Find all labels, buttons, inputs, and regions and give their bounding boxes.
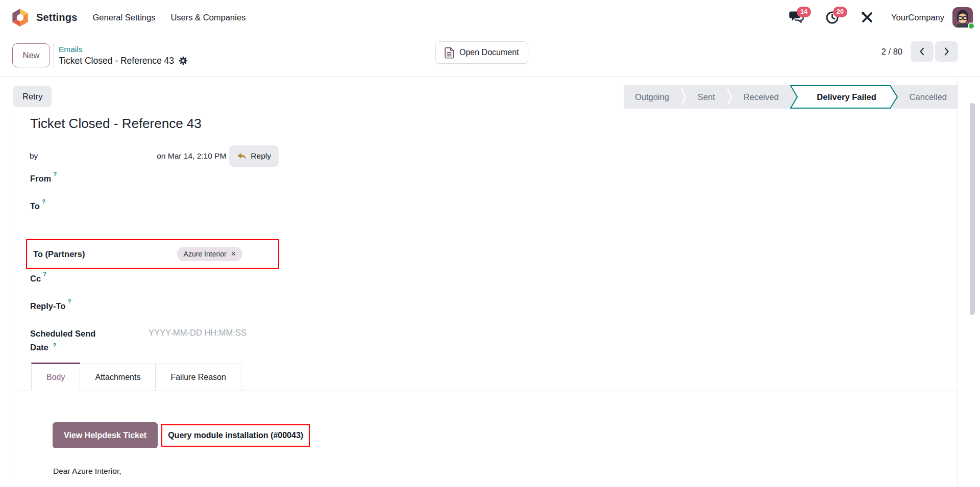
field-reply-to[interactable]: Reply-To ? [30,301,71,311]
odoo-settings-window: Settings General Settings Users & Compan… [0,0,980,487]
navbar-right: 14 20 [768,7,973,28]
author-prefix: by [30,151,38,161]
menu-users-companies[interactable]: Users & Companies [170,13,246,22]
stage-separator-icon [726,85,732,109]
breadcrumb: Emails Ticket Closed - Reference 43 [59,44,188,67]
scheduled-send-label-line1: Scheduled Send [30,329,95,338]
form-sheet: Retry Outgoing Sent Received Delivery Fa… [13,77,958,487]
odoo-logo-icon[interactable] [11,9,29,27]
field-from[interactable]: From ? [30,174,57,184]
subject-reference-highlight-box: Query module installation (#00043) [161,424,310,447]
to-partners-label: To (Partners) [33,249,85,259]
pager-value[interactable]: 2 / 80 [881,47,902,57]
top-navbar: Settings General Settings Users & Compan… [0,0,980,35]
open-document-button[interactable]: Open Document [435,41,528,64]
chevron-left-icon [919,47,925,56]
vertical-scrollbar[interactable] [970,103,975,315]
help-icon[interactable]: ? [67,298,71,304]
gear-icon[interactable] [179,56,188,65]
form-view: Retry Outgoing Sent Received Delivery Fa… [0,77,980,487]
record-pager: 2 / 80 [881,41,958,62]
activities-badge: 20 [833,7,847,17]
tab-body[interactable]: Body [31,363,80,391]
help-icon[interactable]: ? [42,198,45,204]
reply-button-label: Reply [251,151,271,161]
stage-sent[interactable]: Sent [687,85,726,109]
retry-button[interactable]: Retry [13,86,52,107]
app-menu-settings[interactable]: Settings [36,12,78,23]
breadcrumb-emails-link[interactable]: Emails [59,44,188,55]
field-cc[interactable]: Cc ? [30,274,46,284]
new-button[interactable]: New [12,43,50,67]
notebook-tabs: Body Attachments Failure Reason [13,363,958,391]
cc-label: Cc [30,274,41,284]
open-document-label: Open Document [459,48,519,57]
reply-to-label: Reply-To [30,301,65,311]
message-date: on Mar 14, 2:10 PM [157,151,226,161]
online-status-dot [968,22,975,30]
field-to[interactable]: To ? [30,201,45,211]
messages-badge: 14 [797,7,811,17]
company-switcher[interactable]: YourCompany [891,13,944,22]
breadcrumb-current-title: Ticket Closed - Reference 43 [59,55,174,67]
chevron-right-icon [943,47,950,56]
view-helpdesk-ticket-button[interactable]: View Helpdesk Ticket [53,422,158,448]
pager-previous-button[interactable] [911,41,934,62]
pager-next-button[interactable] [935,41,958,62]
email-body-header: View Helpdesk Ticket Query module instal… [53,422,310,448]
document-icon [445,47,454,59]
tab-failure-reason[interactable]: Failure Reason [155,364,241,391]
user-avatar[interactable] [952,7,973,28]
field-scheduled-send-date: Scheduled Send Date ? [30,327,132,355]
tag-remove-icon[interactable]: × [231,250,236,258]
from-label: From [30,174,51,184]
subject-reference-text: Query module installation (#00043) [168,431,303,440]
menu-general-settings[interactable]: General Settings [93,13,156,22]
breadcrumb-divider [53,43,54,68]
activities-button[interactable]: 20 [825,11,839,24]
help-icon[interactable]: ? [53,171,57,177]
crossed-tools-icon [861,11,874,24]
help-icon[interactable]: ? [53,342,56,348]
stage-cancelled[interactable]: Cancelled [898,85,958,109]
messages-button[interactable]: 14 [789,11,804,24]
stage-delivery-failed-label: Delivery Failed [790,85,898,109]
message-meta-row: by on Mar 14, 2:10 PM Reply [30,145,279,167]
record-title: Ticket Closed - Reference 43 [30,116,202,132]
email-greeting: Dear Azure Interior, [53,467,121,476]
status-pipeline: Outgoing Sent Received Delivery Failed C… [624,85,958,109]
stage-outgoing[interactable]: Outgoing [624,85,680,109]
to-partners-highlight-box: To (Partners) Azure Interior × [26,239,279,269]
scheduled-send-label-line2: Date [30,343,48,352]
stage-received[interactable]: Received [732,85,790,109]
help-icon[interactable]: ? [43,271,46,277]
stage-separator-icon [680,85,687,109]
navbar-left: Settings General Settings Users & Compan… [11,9,246,27]
to-label: To [30,201,40,211]
scheduled-send-date-input[interactable] [149,328,291,338]
control-panel: New Emails Ticket Closed - Reference 43 [0,35,980,76]
tab-attachments[interactable]: Attachments [80,364,156,391]
partner-tag-azure-interior[interactable]: Azure Interior × [177,247,242,261]
builder-tools-button[interactable] [861,11,874,24]
stage-delivery-failed-active[interactable]: Delivery Failed [790,85,898,109]
reply-arrow-icon [237,152,247,161]
reply-button[interactable]: Reply [229,145,279,167]
partner-tag-label: Azure Interior [184,250,227,258]
